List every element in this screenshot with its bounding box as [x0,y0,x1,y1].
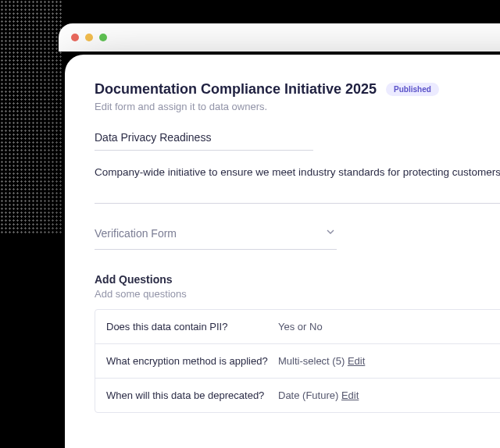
browser-window-chrome [59,23,500,52]
window-zoom-dot[interactable] [99,34,107,41]
question-answer-type: Date (Future) Edit [278,389,434,401]
form-type-select[interactable]: Verification Form [95,221,337,250]
window-close-dot[interactable] [71,34,79,41]
questions-heading: Add Questions [95,273,500,286]
form-type-value: Verification Form [95,227,177,240]
page-subtitle: Edit form and assign it to data owners. [95,101,500,112]
question-text: Does this data contain PII? [106,321,278,332]
question-text: What encryption method is applied? [106,355,278,367]
question-answer-type: Multi-select (5) Edit [278,355,434,367]
initiative-description-input[interactable] [95,162,500,204]
question-row: When will this data be deprecated?Date (… [95,378,500,412]
initiative-form-card: Documentation Compliance Initiative 2025… [65,55,500,448]
edit-answer-link[interactable]: Edit [348,355,365,367]
question-row: Does this data contain PII?Yes or NoMand… [95,310,500,343]
page-title: Documentation Compliance Initiative 2025 [95,81,377,98]
status-badge: Published [386,83,439,96]
questions-list: Does this data contain PII?Yes or NoMand… [95,309,500,413]
questions-subheading: Add some questions [95,288,500,300]
window-minimize-dot[interactable] [85,34,93,41]
question-row: What encryption method is applied?Multi-… [95,343,500,378]
initiative-name-input[interactable] [95,126,313,151]
edit-answer-link[interactable]: Edit [341,389,359,401]
question-answer-type: Yes or No [278,321,434,332]
chevron-down-icon [324,226,337,241]
question-text: When will this data be deprecated? [106,389,278,401]
